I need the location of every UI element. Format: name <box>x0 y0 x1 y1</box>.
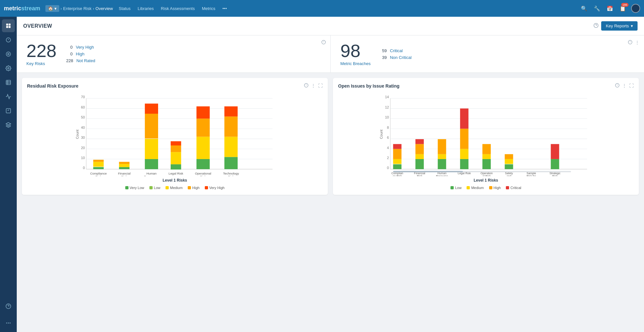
svg-text:Financial: Financial <box>118 172 130 175</box>
kpi-row-not-rated: 228 Not Rated <box>66 58 95 63</box>
svg-rect-53 <box>119 164 130 167</box>
svg-point-16 <box>10 323 11 324</box>
header-help-icon[interactable] <box>593 23 599 29</box>
svg-rect-109 <box>415 159 424 169</box>
svg-rect-66 <box>171 145 181 152</box>
legend-very-high-color <box>205 186 208 189</box>
svg-rect-71 <box>196 119 210 137</box>
svg-rect-3 <box>9 26 11 28</box>
sidebar-item-frameworks[interactable] <box>2 119 15 131</box>
svg-rect-7 <box>6 80 11 85</box>
svg-text:Resources: Resources <box>144 175 159 176</box>
svg-text:Count: Count <box>75 130 79 139</box>
home-button[interactable]: 🏠 ▾ <box>45 5 59 12</box>
residual-risk-expand-icon[interactable]: ⛶ <box>318 83 323 89</box>
legend-very-low: Very Low <box>125 186 144 190</box>
residual-risk-menu-icon[interactable]: ⋮ <box>311 83 316 89</box>
legend-low-color <box>149 186 153 189</box>
user-avatar[interactable] <box>631 4 640 13</box>
svg-rect-67 <box>171 141 181 146</box>
sidebar-item-dashboard[interactable] <box>2 19 15 32</box>
issues-legend-critical: Critical <box>506 186 521 190</box>
svg-rect-112 <box>415 139 424 144</box>
svg-text:50: 50 <box>81 115 85 119</box>
main-content: OVERVIEW Key Reports ▾ 228 Key Risks <box>17 17 644 332</box>
open-issues-expand-icon[interactable]: ⛶ <box>629 83 634 89</box>
nav-metrics[interactable]: Metrics <box>199 4 219 13</box>
nav-status[interactable]: Status <box>116 4 134 13</box>
calendar-button[interactable]: 📅 <box>605 4 614 13</box>
open-issues-info-icon[interactable] <box>615 83 620 89</box>
open-issues-menu-icon[interactable]: ⋮ <box>622 83 627 89</box>
svg-rect-122 <box>460 149 469 159</box>
svg-rect-126 <box>482 159 491 169</box>
issues-legend-critical-color <box>506 186 509 189</box>
metric-breaches-content: 98 Metric Breaches 59 Critical 39 Non Cr… <box>340 42 634 66</box>
legend-medium: Medium <box>166 186 183 190</box>
svg-rect-57 <box>145 159 158 169</box>
svg-text:12: 12 <box>385 105 389 109</box>
svg-rect-72 <box>196 106 210 119</box>
sidebar-item-reports[interactable] <box>2 76 15 89</box>
kpi-row-non-critical: 39 Non Critical <box>380 55 412 60</box>
svg-rect-52 <box>119 167 130 169</box>
svg-rect-0 <box>6 24 8 25</box>
issues-legend-low-color <box>450 186 454 189</box>
svg-rect-76 <box>224 137 238 157</box>
svg-text:Risk: Risk <box>417 175 423 176</box>
open-issues-x-label: Level 1 Risks <box>338 178 634 183</box>
sidebar-item-risks[interactable] <box>2 33 15 46</box>
dropdown-arrow-icon: ▾ <box>631 24 633 28</box>
notifications-button[interactable]: 📋 186 <box>618 4 627 13</box>
open-issues-chart-title: Open Issues by Issue Rating <box>338 83 400 89</box>
nav-risk-assessments[interactable]: Risk Assessments <box>157 4 198 13</box>
metric-breaches-panel: ⋮ 98 Metric Breaches 59 Critical 39 Non … <box>330 35 644 72</box>
svg-rect-116 <box>438 154 446 159</box>
key-risks-info-icon[interactable] <box>321 40 326 45</box>
search-button[interactable]: 🔍 <box>580 4 589 13</box>
metric-breaches-menu-icon[interactable]: ⋮ <box>635 40 639 45</box>
sidebar-item-settings[interactable] <box>2 62 15 75</box>
breadcrumb-enterprise-risk[interactable]: Enterprise Risk <box>63 6 91 11</box>
key-reports-button[interactable]: Key Reports ▾ <box>601 21 638 31</box>
metric-breaches-label[interactable]: Metric Breaches <box>340 61 371 66</box>
sidebar-item-analytics[interactable] <box>2 90 15 103</box>
svg-text:14: 14 <box>385 95 389 99</box>
nav-more[interactable]: ••• <box>219 4 230 13</box>
top-navigation: metricstream 🏠 ▾ › Enterprise Risk › Ove… <box>0 0 644 17</box>
svg-rect-132 <box>505 159 513 164</box>
charts-section: Residual Risk Exposure ⋮ ⛶ Count 0 10 20 <box>17 73 644 200</box>
svg-rect-115 <box>438 159 446 169</box>
tools-button[interactable]: 🔧 <box>592 4 601 13</box>
key-risks-label[interactable]: Key Risks <box>26 61 56 66</box>
metric-breaches-info-icon[interactable] <box>628 40 632 45</box>
svg-rect-47 <box>93 167 104 169</box>
residual-risk-info-icon[interactable] <box>304 83 308 89</box>
header-actions: Key Reports ▾ <box>593 21 638 31</box>
nav-libraries[interactable]: Libraries <box>135 4 157 13</box>
svg-text:Legal Risk: Legal Risk <box>168 172 183 175</box>
open-issues-svg: Count 0 2 4 6 8 10 12 14 <box>338 92 634 176</box>
svg-point-15 <box>8 323 9 324</box>
sidebar-item-more[interactable] <box>2 317 15 329</box>
sidebar-item-help[interactable] <box>2 300 15 313</box>
svg-rect-48 <box>93 162 104 167</box>
metric-breaches-breakdown: 59 Critical 39 Non Critical <box>380 48 412 60</box>
svg-rect-70 <box>196 137 210 159</box>
svg-text:4: 4 <box>387 146 389 150</box>
legend-high: High <box>188 186 200 190</box>
sidebar-item-controls[interactable] <box>2 48 15 61</box>
svg-text:Resource: Resource <box>436 175 448 176</box>
open-issues-chart-card: Open Issues by Issue Rating ⋮ ⛶ Count 0 … <box>333 78 639 195</box>
breadcrumb: 🏠 ▾ › Enterprise Risk › Overview <box>45 5 113 12</box>
legend-very-low-color <box>125 186 128 189</box>
legend-very-high: Very High <box>205 186 225 190</box>
residual-risk-svg: Count 0 10 20 30 40 50 60 70 <box>27 92 323 176</box>
sidebar-item-compliance[interactable] <box>2 104 15 117</box>
svg-rect-104 <box>393 159 402 164</box>
issues-legend-low: Low <box>450 186 461 190</box>
residual-risk-legend: Very Low Low Medium High Very High <box>27 186 323 190</box>
svg-text:Count: Count <box>379 130 383 139</box>
svg-rect-117 <box>438 139 446 154</box>
svg-rect-110 <box>415 154 424 159</box>
